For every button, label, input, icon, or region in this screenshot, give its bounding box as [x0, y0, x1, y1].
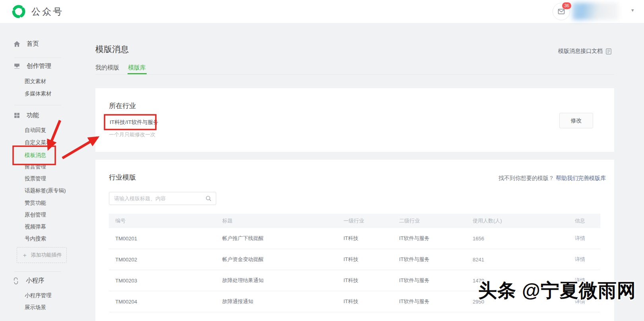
- sidebar-group-label: 小程序: [26, 277, 45, 285]
- template-title: 帐户推广下线提醒: [222, 235, 343, 242]
- primary-industry: IT科技: [343, 256, 399, 263]
- col-header-primary-industry: 一级行业: [343, 217, 399, 224]
- tray-icon: [13, 62, 21, 70]
- col-header-secondary-industry: 二级行业: [399, 217, 473, 224]
- template-title: 故障通报通知: [222, 298, 343, 305]
- top-header: 公众号 36 ▾: [0, 0, 644, 23]
- add-plugin-label: 添加功能插件: [31, 251, 62, 259]
- secondary-industry: IT软件与服务: [399, 235, 473, 242]
- industry-value: IT科技/IT软件与服务: [110, 119, 158, 126]
- template-id: TM00202: [109, 257, 222, 263]
- sidebar-group-creation[interactable]: 创作管理: [13, 62, 51, 70]
- modify-button[interactable]: 修改: [559, 113, 593, 128]
- logo: 公众号: [11, 4, 64, 19]
- col-header-user-count: 使用人数(人): [473, 217, 568, 224]
- tab-template-library[interactable]: 模版库: [128, 64, 146, 72]
- document-icon: [605, 48, 612, 55]
- tab-bar-border: [95, 74, 614, 75]
- sidebar-item-display-scenes[interactable]: 展示场景: [25, 304, 46, 311]
- primary-industry: IT科技: [343, 298, 399, 305]
- sidebar-item-reward-feature[interactable]: 赞赏功能: [25, 199, 46, 207]
- industry-card: 所在行业 IT科技/IT软件与服务 一个月只能修改一次 修改: [95, 88, 614, 152]
- sidebar-group-label: 创作管理: [27, 62, 51, 70]
- template-api-doc-link[interactable]: 模版消息接口文档: [558, 48, 612, 55]
- grid-icon: [13, 112, 21, 120]
- wechat-official-account-logo-icon: [11, 4, 26, 19]
- sidebar-group-features[interactable]: 功能: [13, 111, 39, 120]
- account-caret-down-icon[interactable]: ▾: [631, 7, 634, 13]
- sidebar-divider: [14, 105, 61, 105]
- toutiao-watermark: 头条 @宁夏微雨网: [478, 278, 636, 303]
- account-name-blurred[interactable]: [572, 3, 619, 20]
- annotation-arrow-to-industry-box: [62, 137, 97, 158]
- table-row: TM00201 帐户推广下线提醒 IT科技 IT软件与服务 1656 详情: [109, 228, 600, 249]
- user-count: 1656: [473, 236, 568, 242]
- mini-program-icon: [12, 277, 20, 285]
- secondary-industry: IT软件与服务: [399, 298, 473, 305]
- table-header-row: 编号 标题 一级行业 二级行业 使用人数(人) 信息: [109, 214, 600, 228]
- template-id: TM00204: [109, 299, 222, 305]
- col-header-title: 标题: [222, 217, 343, 224]
- sidebar-item-poll-management[interactable]: 投票管理: [25, 175, 46, 182]
- primary-industry: IT科技: [343, 277, 399, 284]
- user-count: 8241: [473, 257, 568, 263]
- template-id: TM00203: [109, 278, 222, 284]
- sidebar-item-home[interactable]: 首页: [13, 40, 39, 48]
- primary-industry: IT科技: [343, 235, 399, 242]
- sidebar-item-in-account-search[interactable]: 号内搜索: [25, 235, 46, 242]
- sidebar-item-video-danmaku[interactable]: 视频弹幕: [25, 223, 46, 230]
- sidebar-item-auto-reply[interactable]: 自动回复: [25, 127, 46, 134]
- table-row: TM00202 帐户资金变动提醒 IT科技 IT软件与服务 8241 详情: [109, 249, 600, 270]
- secondary-industry: IT软件与服务: [399, 277, 473, 284]
- sidebar-item-comment-management[interactable]: 留言管理: [25, 163, 46, 170]
- search-icon[interactable]: [205, 195, 212, 202]
- industry-note: 一个月只能修改一次: [109, 131, 155, 138]
- wechat-mp-console: 公众号 36 ▾ 首页: [0, 0, 644, 321]
- template-search-input[interactable]: [109, 192, 206, 205]
- tab-my-templates[interactable]: 我的模版: [95, 64, 119, 72]
- template-title: 故障处理结果通知: [222, 277, 343, 284]
- sidebar-item-original-management[interactable]: 原创管理: [25, 211, 46, 219]
- col-header-info: 信息: [568, 217, 600, 224]
- sidebar-group-label: 功能: [27, 111, 39, 120]
- detail-link[interactable]: 详情: [568, 235, 600, 242]
- template-search-box: [109, 192, 216, 205]
- sidebar-item-topic-tags[interactable]: 话题标签(原专辑): [25, 187, 66, 194]
- logo-text: 公众号: [31, 6, 64, 18]
- sidebar-item-mini-program-management[interactable]: 小程序管理: [25, 292, 52, 299]
- template-title: 帐户资金变动提醒: [222, 256, 343, 263]
- library-card-title: 行业模版: [109, 173, 136, 182]
- sidebar-item-media-assets[interactable]: 多媒体素材: [25, 90, 52, 97]
- library-help-line: 找不到你想要的模版？ 帮助我们完善模版库: [499, 175, 606, 182]
- col-header-id: 编号: [109, 217, 222, 224]
- sidebar-item-article-assets[interactable]: 图文素材: [25, 78, 46, 85]
- notification-badge: 36: [562, 2, 571, 9]
- doc-link-label: 模版消息接口文档: [558, 48, 603, 55]
- sidebar-item-custom-menu[interactable]: 自定义菜单: [25, 139, 52, 146]
- sidebar-group-mini-program[interactable]: 小程序: [12, 277, 45, 285]
- template-id: TM00201: [109, 236, 222, 242]
- page-title: 模版消息: [95, 44, 129, 55]
- sidebar-divider: [14, 271, 61, 272]
- add-plugin-button[interactable]: ＋ 添加功能插件: [17, 247, 67, 263]
- plus-icon: ＋: [22, 251, 28, 259]
- sidebar-item-template-message[interactable]: 模板消息: [25, 152, 46, 159]
- detail-link[interactable]: 详情: [568, 256, 600, 263]
- secondary-industry: IT软件与服务: [399, 256, 473, 263]
- sidebar-divider: [14, 58, 61, 58]
- sidebar-item-label: 首页: [27, 40, 39, 48]
- industry-card-title: 所在行业: [109, 101, 136, 110]
- improve-library-link[interactable]: 帮助我们完善模版库: [556, 175, 606, 181]
- help-question: 找不到你想要的模版？: [499, 175, 554, 181]
- home-icon: [13, 40, 21, 48]
